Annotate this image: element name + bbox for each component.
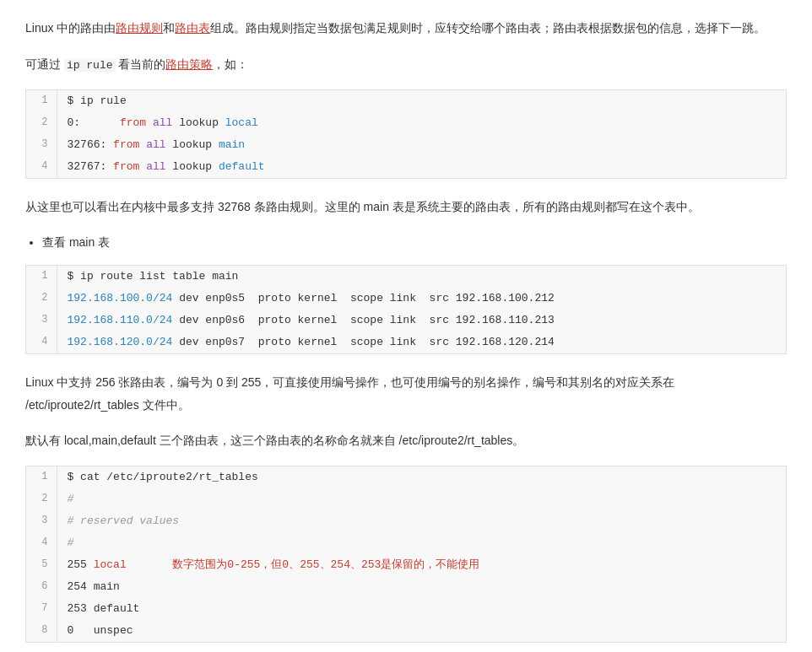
code3-line-4: 4 # (26, 532, 786, 554)
code3-line-num-7: 7 (26, 598, 57, 620)
code3-line-content-1: $ cat /etc/iproute2/rt_tables (57, 466, 786, 488)
line-num-3: 3 (26, 134, 57, 156)
code3-line-num-8: 8 (26, 620, 57, 642)
para5-text: 默认有 local,main,default 三个路由表，这三个路由表的名称命名… (25, 434, 524, 447)
code3-line-num-3: 3 (26, 510, 57, 532)
code2-line-content-2: 192.168.100.0/24 dev enp0s5 proto kernel… (57, 288, 786, 310)
code-table-1: 1 $ ip rule 2 0: from all lookup local 3… (26, 90, 786, 178)
line-num-2: 2 (26, 112, 57, 134)
code3-line-content-5: 255 local 数字范围为0-255，但0、255、254、253是保留的，… (57, 554, 786, 576)
line-content-4: 32767: from all lookup default (57, 156, 786, 178)
code3-line-content-7: 253 default (57, 598, 786, 620)
code2-line-3: 3 192.168.110.0/24 dev enp0s6 proto kern… (26, 310, 786, 331)
link-routing-rules[interactable]: 路由规则 (116, 21, 163, 35)
code-line-2: 2 0: from all lookup local (26, 112, 786, 134)
bullet-item-1: 查看 main 表 (42, 232, 787, 253)
link-routing-table[interactable]: 路由表 (175, 21, 210, 35)
line-num-4: 4 (26, 156, 57, 178)
code3-line-num-1: 1 (26, 466, 57, 488)
para2-text3: ，如： (213, 57, 248, 71)
paragraph-4: Linux 中支持 256 张路由表，编号为 0 到 255，可直接使用编号操作… (25, 371, 787, 416)
code2-line-2: 2 192.168.100.0/24 dev enp0s5 proto kern… (26, 288, 786, 310)
code3-line-3: 3 # reserved values (26, 510, 786, 532)
code3-line-num-4: 4 (26, 532, 57, 554)
code-block-3: 1 $ cat /etc/iproute2/rt_tables 2 # 3 # … (25, 466, 787, 643)
code2-line-num-3: 3 (26, 310, 57, 331)
code-block-2: 1 $ ip route list table main 2 192.168.1… (25, 265, 787, 354)
code2-line-content-3: 192.168.110.0/24 dev enp0s6 proto kernel… (57, 310, 786, 331)
line-content-2: 0: from all lookup local (57, 112, 786, 134)
code3-line-content-2: # (57, 488, 786, 510)
line-content-3: 32766: from all lookup main (57, 134, 786, 156)
paragraph-1: Linux 中的路由由路由规则和路由表组成。路由规则指定当数据包满足规则时，应转… (25, 17, 787, 40)
code-block-1: 1 $ ip rule 2 0: from all lookup local 3… (25, 89, 787, 179)
code3-line-content-3: # reserved values (57, 510, 786, 532)
code3-line-5: 5 255 local 数字范围为0-255，但0、255、254、253是保留… (26, 554, 786, 576)
code2-line-num-2: 2 (26, 288, 57, 310)
line-num-1: 1 (26, 90, 57, 112)
line-content-1: $ ip rule (57, 90, 786, 112)
bullet-list: 查看 main 表 (42, 232, 787, 253)
paragraph-3: 从这里也可以看出在内核中最多支持 32768 条路由规则。这里的 main 表是… (25, 196, 787, 218)
para3-text: 从这里也可以看出在内核中最多支持 32768 条路由规则。这里的 main 表是… (25, 200, 700, 213)
para1-text3: 组成。路由规则指定当数据包满足规则时，应转交给哪个路由表；路由表根据数据包的信息… (210, 21, 766, 35)
code3-line-1: 1 $ cat /etc/iproute2/rt_tables (26, 466, 786, 488)
code3-line-7: 7 253 default (26, 598, 786, 620)
paragraph-2: 可通过 ip rule 看当前的路由策略，如： (25, 53, 787, 77)
inline-code-ip-rule: ip rule (64, 59, 116, 72)
code2-line-num-1: 1 (26, 266, 57, 288)
link-routing-policy[interactable]: 路由策略 (165, 57, 213, 71)
code3-line-num-2: 2 (26, 488, 57, 510)
code2-line-content-4: 192.168.120.0/24 dev enp0s7 proto kernel… (57, 331, 786, 353)
paragraph-5: 默认有 local,main,default 三个路由表，这三个路由表的名称命名… (25, 429, 787, 452)
code3-line-8: 8 0 unspec (26, 620, 786, 642)
para1-text2: 和 (163, 21, 175, 35)
code3-line-num-6: 6 (26, 576, 57, 598)
code3-line-content-6: 254 main (57, 576, 786, 598)
code-table-3: 1 $ cat /etc/iproute2/rt_tables 2 # 3 # … (26, 466, 786, 642)
bullet-item-1-text: 查看 main 表 (42, 235, 110, 249)
code2-line-1: 1 $ ip route list table main (26, 266, 786, 288)
para2-text1: 可通过 (25, 57, 64, 71)
code-line-4: 4 32767: from all lookup default (26, 156, 786, 178)
code2-line-num-4: 4 (26, 331, 57, 353)
code3-line-6: 6 254 main (26, 576, 786, 598)
para4-text: Linux 中支持 256 张路由表，编号为 0 到 255，可直接使用编号操作… (25, 375, 674, 412)
code-line-3: 3 32766: from all lookup main (26, 134, 786, 156)
code3-line-2: 2 # (26, 488, 786, 510)
code3-line-content-8: 0 unspec (57, 620, 786, 642)
code3-line-content-4: # (57, 532, 786, 554)
para1-text1: Linux 中的路由由 (25, 21, 116, 35)
code-line-1: 1 $ ip rule (26, 90, 786, 112)
code3-line-num-5: 5 (26, 554, 57, 576)
code2-line-content-1: $ ip route list table main (57, 266, 786, 288)
code2-line-4: 4 192.168.120.0/24 dev enp0s7 proto kern… (26, 331, 786, 353)
code-table-2: 1 $ ip route list table main 2 192.168.1… (26, 266, 786, 353)
para2-text2: 看当前的 (116, 57, 166, 71)
